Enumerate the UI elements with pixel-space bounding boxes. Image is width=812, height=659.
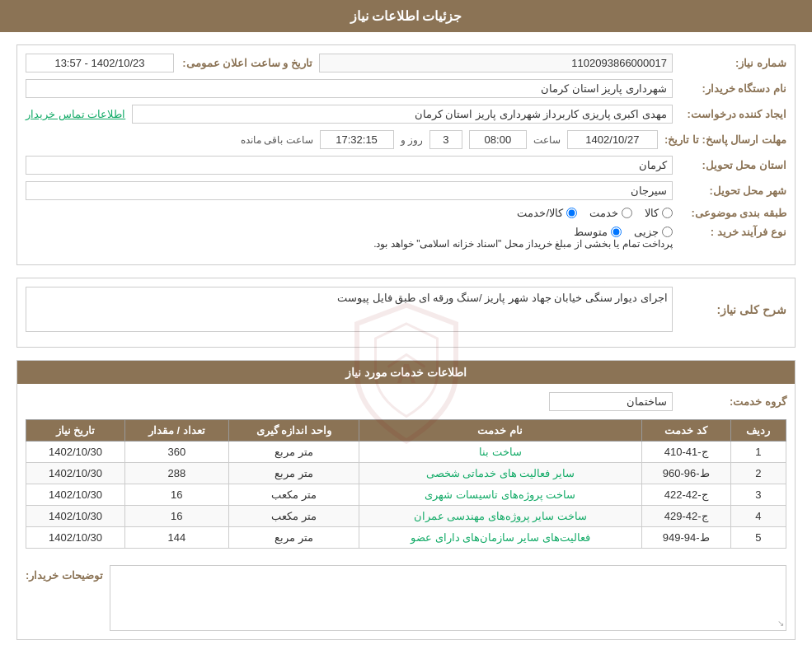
purchase-radio-group: جزیی متوسط: [373, 226, 673, 238]
contact-link[interactable]: اطلاعات تماس خریدار: [26, 108, 125, 120]
col-header-qty: تعداد / مقدار: [125, 420, 229, 442]
table-row: 3 ج-42-422 ساخت پروژه‌های تاسیسات شهری م…: [26, 484, 786, 506]
cell-qty: 288: [125, 463, 229, 484]
purchase-radio-jozi[interactable]: [662, 227, 673, 237]
cell-row: 5: [730, 527, 786, 549]
cell-unit: متر مربع: [228, 463, 359, 484]
purchase-note: پرداخت تمام یا بخشی از مبلغ خریداز محل "…: [373, 238, 673, 250]
cell-code: ط-94-949: [641, 527, 730, 549]
services-table: ردیف کد خدمت نام خدمت واحد اندازه گیری ت…: [26, 419, 786, 549]
description-section: شرح کلی نیاز: اجرای دیوار سنگی خیابان جه…: [16, 278, 796, 348]
cell-code: ج-42-422: [641, 484, 730, 506]
table-row: 2 ط-96-960 سایر فعالیت های خدماتی شخصی م…: [26, 463, 786, 484]
table-row: 1 ج-41-410 ساخت بنا متر مربع 360 1402/10…: [26, 442, 786, 463]
cell-name: فعالیت‌های سایر سازمان‌های دارای عضو: [359, 527, 641, 549]
province-row: استان محل تحویل: کرمان: [26, 156, 786, 175]
category-khedmat[interactable]: خدمت: [589, 207, 632, 219]
table-row: 4 ج-42-429 ساخت سایر پروژه‌های مهندسی عم…: [26, 506, 786, 527]
cell-unit: متر مکعب: [228, 506, 359, 527]
services-section: اطلاعات خدمات مورد نیاز گروه خدمت: ساختم…: [16, 360, 796, 640]
creator-value: مهدی اکبری پاریزی کاربرداز شهرداری پاریز…: [132, 105, 673, 124]
cell-name: ساخت سایر پروژه‌های مهندسی عمران: [359, 506, 641, 527]
col-header-code: کد خدمت: [641, 420, 730, 442]
cell-name: ساخت پروژه‌های تاسیسات شهری: [359, 484, 641, 506]
action-buttons: بازگشت چاپ: [16, 652, 796, 659]
cell-name: ساخت بنا: [359, 442, 641, 463]
days-label: روز و: [401, 134, 423, 146]
col-header-row: ردیف: [730, 420, 786, 442]
province-value: کرمان: [26, 156, 673, 175]
need-number-label: شماره نیاز:: [679, 57, 786, 69]
cell-date: 1402/10/30: [26, 442, 125, 463]
cell-date: 1402/10/30: [26, 463, 125, 484]
purchase-type-row: نوع فرآیند خرید : جزیی متوسط: [26, 226, 786, 250]
col-header-unit: واحد اندازه گیری: [228, 420, 359, 442]
deadline-time: 08:00: [469, 130, 527, 149]
page-title: جزئیات اطلاعات نیاز: [350, 9, 462, 23]
announce-date-value: 1402/10/23 - 13:57: [26, 54, 174, 72]
cell-row: 2: [730, 463, 786, 484]
category-radio-khedmat[interactable]: [622, 208, 632, 218]
cell-qty: 16: [125, 506, 229, 527]
purchase-radio-motevaset[interactable]: [611, 227, 622, 237]
time-label: ساعت: [533, 134, 561, 146]
cell-row: 4: [730, 506, 786, 527]
table-row: 5 ط-94-949 فعالیت‌های سایر سازمان‌های دا…: [26, 527, 786, 549]
deadline-row: مهلت ارسال پاسخ: تا تاریخ: 1402/10/27 سا…: [26, 130, 786, 149]
cell-date: 1402/10/30: [26, 506, 125, 527]
cell-qty: 360: [125, 442, 229, 463]
purchase-motevaset-label: متوسط: [574, 226, 608, 238]
col-header-date: تاریخ نیاز: [26, 420, 125, 442]
purchase-jozi[interactable]: جزیی: [634, 226, 673, 238]
cell-qty: 16: [125, 484, 229, 506]
cell-date: 1402/10/30: [26, 527, 125, 549]
description-label: شرح کلی نیاز:: [679, 303, 786, 316]
cell-qty: 144: [125, 527, 229, 549]
buyer-org-label: نام دستگاه خریدار:: [679, 82, 786, 95]
deadline-label: مهلت ارسال پاسخ: تا تاریخ:: [664, 133, 786, 146]
buyer-org-row: نام دستگاه خریدار: شهرداری پاریز استان ک…: [26, 79, 786, 98]
creator-label: ایجاد کننده درخواست:: [679, 108, 786, 120]
category-radio-kala-khedmat[interactable]: [566, 208, 577, 218]
purchase-jozi-label: جزیی: [634, 226, 659, 238]
category-kala-khedmat[interactable]: کالا/خدمت: [517, 207, 577, 219]
category-kala[interactable]: کالا: [645, 207, 673, 219]
cell-row: 3: [730, 484, 786, 506]
page-container: جزئیات اطلاعات نیاز A شماره نیاز: 110209…: [0, 0, 812, 659]
announce-date-label: تاریخ و ساعت اعلان عمومی:: [181, 57, 312, 69]
buyer-notes-area: ↘: [110, 565, 786, 631]
basic-info-body: شماره نیاز: 1102093866000017 تاریخ و ساع…: [17, 45, 795, 264]
group-label: گروه خدمت:: [679, 395, 786, 408]
basic-info-section: شماره نیاز: 1102093866000017 تاریخ و ساع…: [16, 44, 796, 265]
purchase-options-container: جزیی متوسط پرداخت تمام یا بخشی از مبلغ خ…: [373, 226, 673, 250]
buyer-notes-container: ↘ توضیحات خریدار:: [17, 557, 795, 639]
resize-handle: ↘: [774, 619, 784, 629]
group-value: ساختمان: [549, 392, 673, 411]
main-content: A شماره نیاز: 1102093866000017 تاریخ و س…: [0, 32, 812, 659]
deadline-date: 1402/10/27: [567, 130, 658, 149]
cell-name: سایر فعالیت های خدماتی شخصی: [359, 463, 641, 484]
category-radio-group: کالا خدمت کالا/خدمت: [517, 207, 673, 219]
col-header-name: نام خدمت: [359, 420, 641, 442]
cell-row: 1: [730, 442, 786, 463]
category-label: طبقه بندی موضوعی:: [679, 207, 786, 219]
cell-code: ج-41-410: [641, 442, 730, 463]
services-body: گروه خدمت: ساختمان ردیف کد خدمت نام خدمت…: [17, 384, 795, 557]
deadline-days: 3: [429, 130, 462, 149]
table-header-row: ردیف کد خدمت نام خدمت واحد اندازه گیری ت…: [26, 420, 786, 442]
category-khedmat-label: خدمت: [589, 207, 618, 219]
category-kala-khedmat-label: کالا/خدمت: [517, 207, 563, 219]
cell-date: 1402/10/30: [26, 484, 125, 506]
page-header: جزئیات اطلاعات نیاز: [0, 0, 812, 32]
cell-unit: متر مربع: [228, 527, 359, 549]
city-row: شهر محل تحویل: سیرجان: [26, 181, 786, 200]
cell-code: ج-42-429: [641, 506, 730, 527]
category-kala-label: کالا: [645, 207, 659, 219]
purchase-motevaset[interactable]: متوسط: [574, 226, 622, 238]
cell-code: ط-96-960: [641, 463, 730, 484]
category-radio-kala[interactable]: [662, 208, 673, 218]
purchase-type-label: نوع فرآیند خرید :: [679, 226, 786, 238]
description-value: اجرای دیوار سنگی خیابان جهاد شهر پاریز /…: [26, 287, 673, 332]
top-row: شماره نیاز: 1102093866000017 تاریخ و ساع…: [26, 54, 786, 72]
province-label: استان محل تحویل:: [679, 159, 786, 171]
